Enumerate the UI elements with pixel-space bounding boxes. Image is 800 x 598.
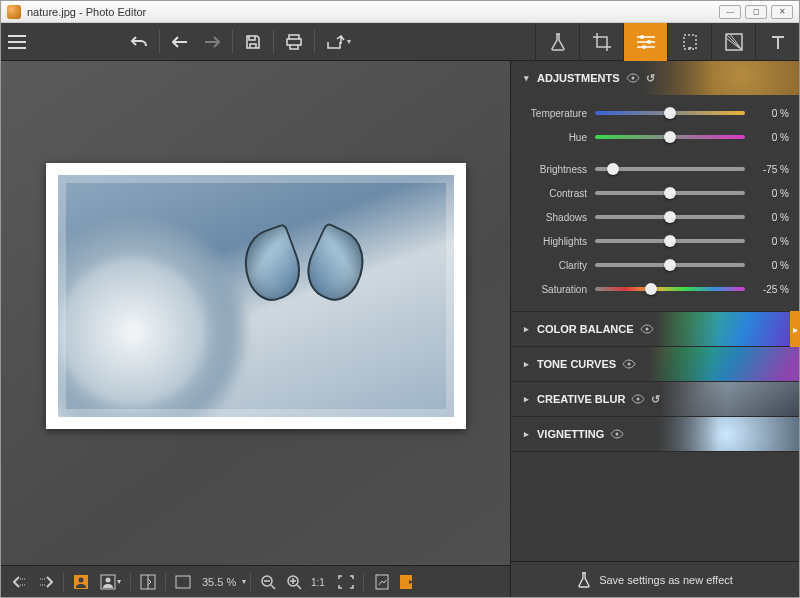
- prev-image-button[interactable]: [7, 570, 33, 594]
- section-header-colorbalance[interactable]: ▸ COLOR BALANCE: [511, 312, 799, 346]
- slider-track[interactable]: [595, 287, 745, 291]
- slider-track[interactable]: [595, 167, 745, 171]
- minimize-button[interactable]: —: [719, 5, 741, 19]
- slider-contrast: Contrast 0 %: [521, 181, 789, 205]
- gallery-right-button[interactable]: [394, 570, 420, 594]
- portrait-icon: [73, 574, 89, 590]
- crop-tab[interactable]: [579, 23, 623, 61]
- svg-rect-10: [176, 576, 190, 588]
- slider-track[interactable]: [595, 239, 745, 243]
- svg-point-20: [616, 433, 619, 436]
- svg-point-1: [647, 40, 651, 44]
- expand-icon: ▸: [521, 429, 531, 439]
- text-icon: [770, 34, 786, 50]
- portrait-compare-button[interactable]: ▾: [94, 570, 126, 594]
- slider-thumb[interactable]: [664, 235, 676, 247]
- text-tab[interactable]: [755, 23, 799, 61]
- section-label: COLOR BALANCE: [537, 323, 634, 335]
- slider-thumb[interactable]: [664, 131, 676, 143]
- gallery-left-button[interactable]: [368, 570, 394, 594]
- eye-icon: [610, 429, 624, 439]
- zoom-out-button[interactable]: [255, 570, 281, 594]
- canvas-viewport[interactable]: [1, 61, 510, 565]
- eye-icon: [640, 324, 654, 334]
- close-button[interactable]: ✕: [771, 5, 793, 19]
- zoom-value: 35.5 %: [202, 576, 236, 588]
- slider-thumb[interactable]: [664, 211, 676, 223]
- visibility-toggle[interactable]: [610, 429, 624, 439]
- slider-thumb[interactable]: [645, 283, 657, 295]
- save-effect-label: Save settings as new effect: [599, 574, 733, 586]
- next-icon: [39, 576, 53, 588]
- prev-icon: [13, 576, 27, 588]
- section-header-adjustments[interactable]: ▾ ADJUSTMENTS ↺: [511, 61, 799, 95]
- app-icon: [7, 5, 21, 19]
- printer-icon: [285, 34, 303, 50]
- slider-temperature: Temperature 0 %: [521, 101, 789, 125]
- zoomout-icon: [260, 574, 276, 590]
- zoom-fit-button[interactable]: [333, 570, 359, 594]
- zoom-in-button[interactable]: [281, 570, 307, 594]
- slider-track[interactable]: [595, 215, 745, 219]
- slider-thumb[interactable]: [664, 259, 676, 271]
- undo-button[interactable]: [123, 27, 155, 57]
- slider-brightness: Brightness -75 %: [521, 157, 789, 181]
- save-effect-button[interactable]: Save settings as new effect: [511, 561, 799, 597]
- next-image-button[interactable]: [33, 570, 59, 594]
- zoom-dropdown[interactable]: ▾: [242, 577, 246, 586]
- mask-tab[interactable]: [711, 23, 755, 61]
- content: ▾: [1, 23, 799, 597]
- flask-icon: [550, 33, 566, 51]
- section-label: ADJUSTMENTS: [537, 72, 620, 84]
- eye-icon: [622, 359, 636, 369]
- zoomin-icon: [286, 574, 302, 590]
- zoom-100-button[interactable]: 1:1: [307, 570, 333, 594]
- svg-text:1:1: 1:1: [311, 577, 325, 588]
- slider-track[interactable]: [595, 263, 745, 267]
- slider-thumb[interactable]: [607, 163, 619, 175]
- export-button[interactable]: ▾: [319, 27, 359, 57]
- floppy-icon: [245, 34, 261, 50]
- adjust-tab[interactable]: [623, 23, 667, 61]
- window-title: nature.jpg - Photo Editor: [27, 6, 146, 18]
- section-vignetting: ▸ VIGNETTING: [511, 417, 799, 452]
- section-header-creativeblur[interactable]: ▸ CREATIVE BLUR ↺: [511, 382, 799, 416]
- visibility-toggle[interactable]: [640, 324, 654, 334]
- slider-thumb[interactable]: [664, 187, 676, 199]
- svg-point-17: [645, 328, 648, 331]
- visibility-toggle[interactable]: [626, 73, 640, 83]
- slider-track[interactable]: [595, 135, 745, 139]
- image-preview: [58, 175, 454, 417]
- slider-track[interactable]: [595, 191, 745, 195]
- split-view-button[interactable]: [135, 570, 161, 594]
- menu-button[interactable]: [1, 27, 33, 57]
- gal-r-icon: [399, 574, 415, 590]
- main: ▾ 35.5 % ▾ 1:1: [1, 61, 799, 597]
- visibility-toggle[interactable]: [631, 394, 645, 404]
- forward-button[interactable]: [196, 27, 228, 57]
- portrait-mode-button[interactable]: [68, 570, 94, 594]
- print-button[interactable]: [278, 27, 310, 57]
- export-icon: [327, 35, 345, 49]
- reset-section[interactable]: ↺: [651, 393, 660, 406]
- save-button[interactable]: [237, 27, 269, 57]
- fit-screen-button[interactable]: [170, 570, 196, 594]
- section-header-vignetting[interactable]: ▸ VIGNETTING: [511, 417, 799, 451]
- visibility-toggle[interactable]: [622, 359, 636, 369]
- right-tabs: [535, 23, 799, 60]
- selection-icon: [682, 33, 698, 51]
- bottom-toolbar: ▾ 35.5 % ▾ 1:1: [1, 565, 510, 597]
- flask-icon: [577, 572, 591, 588]
- section-header-tonecurves[interactable]: ▸ TONE CURVES: [511, 347, 799, 381]
- maximize-button[interactable]: ◻: [745, 5, 767, 19]
- svg-point-19: [637, 398, 640, 401]
- selection-tab[interactable]: [667, 23, 711, 61]
- reset-section[interactable]: ↺: [646, 72, 655, 85]
- collapse-panel-button[interactable]: ▸: [790, 311, 800, 347]
- effects-tab[interactable]: [535, 23, 579, 61]
- svg-point-2: [642, 45, 646, 49]
- back-button[interactable]: [164, 27, 196, 57]
- expand-icon: ▸: [521, 359, 531, 369]
- slider-track[interactable]: [595, 111, 745, 115]
- slider-thumb[interactable]: [664, 107, 676, 119]
